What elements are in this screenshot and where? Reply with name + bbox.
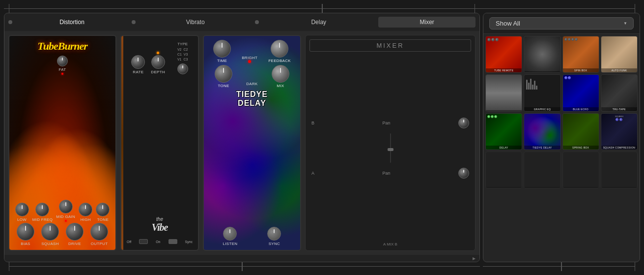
preset-label	[601, 187, 637, 188]
vibe-switch-off[interactable]	[139, 239, 148, 244]
drive-knob[interactable]	[66, 223, 84, 241]
preset-item-graphic-eq[interactable]: Graphic EQ	[524, 74, 560, 111]
tube-burner-knobs-mid: LOW MID FREQ MID GAIN	[9, 75, 115, 223]
top-bracket	[4, 4, 640, 13]
preset-item-empty2[interactable]	[524, 152, 560, 188]
tiedye-mix-knob[interactable]	[272, 65, 289, 83]
vibe-depth-led-group: DEPTH	[151, 52, 165, 74]
vibe-led	[157, 52, 159, 54]
vibe-sync-label: Sync	[185, 240, 193, 244]
mini-knob	[494, 115, 497, 118]
preset-panel: Show All ▼ Tube Remote	[483, 13, 640, 262]
vibe-rate-knob[interactable]	[131, 55, 145, 69]
output-knob[interactable]	[90, 223, 108, 241]
preset-item-auto-funk[interactable]: Auto Funk	[601, 36, 638, 73]
preset-item-empty1[interactable]	[485, 152, 522, 188]
preset-label: Spin Box	[563, 68, 599, 72]
tab-mixer[interactable]: Mixer	[378, 17, 476, 28]
mixer-a-row: A Pan	[309, 167, 471, 180]
mixer-slider-container	[309, 133, 471, 163]
tiedye-dark-label: DARK	[246, 82, 257, 86]
high-label: HIGH	[81, 217, 91, 222]
preset-item-spin-box[interactable]: Spin Box	[562, 36, 599, 73]
tab-bar: Distortion Vibrato Delay Mixer	[4, 13, 479, 31]
mini-knob	[571, 38, 574, 41]
tab-vibrato[interactable]: Vibrato	[136, 17, 255, 28]
mixer-b-label: B	[311, 121, 314, 125]
main-container: Distortion Vibrato Delay Mixer	[0, 0, 644, 275]
preset-label: Squash Compression	[601, 146, 637, 150]
low-knob[interactable]	[15, 203, 29, 216]
mixer-a-pan-knob[interactable]	[458, 168, 469, 179]
high-knob-group: HIGH	[79, 203, 92, 222]
tab-distortion[interactable]: Distortion	[12, 17, 132, 28]
mixer-b-pan-knob[interactable]	[458, 118, 469, 128]
vibe-switch-on[interactable]	[168, 239, 177, 244]
vibe-title-area: the Vibe	[125, 78, 194, 235]
bias-knob[interactable]	[17, 223, 34, 241]
preset-item-blue-echo[interactable]: Blue Echo	[562, 74, 599, 111]
tiedye-time-group: TIME	[213, 40, 231, 63]
preset-item-tube-remote[interactable]: Tube Remote	[485, 36, 522, 73]
tiedye-feedback-knob[interactable]	[271, 40, 288, 58]
tiedye-tone-knob[interactable]	[215, 65, 232, 83]
mini-knob	[568, 76, 571, 79]
tiedye-tone-label: TONE	[218, 84, 229, 88]
vibe-top-row: RATE DEPTH TYPE V2 C2 C1 V3 V1 C3	[125, 40, 194, 76]
preset-item-wah[interactable]	[524, 36, 560, 73]
high-knob[interactable]	[79, 203, 92, 216]
tiedye-listen-label: LISTEN	[223, 242, 238, 246]
preset-label: Auto Funk	[601, 68, 637, 72]
midgain-knob[interactable]	[59, 200, 73, 214]
vibe-rate-group: RATE	[131, 55, 145, 74]
squash-title-mini: SQUASH	[603, 115, 636, 118]
mixer-controls: B Pan A Pan	[309, 56, 471, 240]
preset-item-spring-box[interactable]: Spring Box	[562, 113, 599, 150]
vibe-depth-knob[interactable]	[151, 55, 165, 69]
vibe-type-grid: V2 C2 C1 V3 V1 C3	[177, 47, 188, 61]
bias-knob-group: BIAS	[17, 223, 34, 246]
mixer-pan-label-a: Pan	[383, 171, 391, 176]
bottom-row	[4, 262, 640, 271]
vibe-type-knob[interactable]	[177, 63, 188, 74]
preset-label: Graphic EQ	[524, 107, 560, 111]
vibe-rate-label: RATE	[133, 70, 143, 74]
squash-knob-group: SQUASH	[41, 223, 59, 246]
mini-knob	[495, 38, 499, 41]
pedal-tube-burner: TubeBurner FAT LOW	[8, 35, 116, 251]
midfreq-knob[interactable]	[35, 203, 49, 216]
mixer-title: MIXER	[309, 39, 471, 52]
tiedye-listen-group: LISTEN	[223, 227, 238, 246]
preset-item-squash[interactable]: SQUASH Squash Compression	[601, 113, 638, 150]
preset-item-empty4[interactable]	[601, 152, 638, 188]
midgain-knob-group: MID GAIN	[56, 200, 75, 222]
preset-item-delay[interactable]: DELAY	[485, 113, 522, 150]
tab-delay[interactable]: Delay	[259, 17, 378, 28]
preset-item-empty3[interactable]	[562, 152, 599, 188]
tiedye-time-knob[interactable]	[213, 40, 231, 58]
bias-label: BIAS	[21, 242, 30, 246]
preset-item-wah-chrome[interactable]	[485, 74, 522, 111]
tone-knob[interactable]	[96, 203, 110, 216]
mixer-fader-thumb[interactable]	[388, 148, 393, 151]
tube-burner-knobs-bottom-row: BIAS SQUASH DRIVE OUTPUT	[9, 223, 115, 250]
midgain-led	[65, 220, 67, 222]
preset-item-tiedye-delay[interactable]: TieDye Delay	[524, 113, 560, 150]
tiedye-time-label: TIME	[217, 59, 227, 63]
tiedye-bright-group: BRIGHT	[242, 56, 257, 63]
show-all-button[interactable]: Show All ▼	[489, 17, 634, 30]
output-knob-group: OUTPUT	[90, 223, 108, 246]
mixer-mix-label: A MIX B	[383, 242, 397, 246]
tiedye-feedback-label: FEEDBACK	[268, 59, 291, 63]
tiedye-sync-knob[interactable]	[267, 227, 281, 241]
preset-item-tru-tape[interactable]: Tru-Tape	[601, 74, 638, 111]
squash-knob[interactable]	[41, 223, 59, 241]
pedal-tiedye: TIME BRIGHT FEEDBACK	[203, 35, 301, 251]
mini-knob	[564, 38, 567, 41]
preset-label	[486, 187, 522, 188]
vibe-accent	[121, 36, 123, 250]
mini-knob	[564, 76, 567, 79]
fat-knob[interactable]	[57, 56, 68, 66]
preset-label	[563, 187, 599, 188]
tiedye-listen-knob[interactable]	[223, 227, 237, 241]
